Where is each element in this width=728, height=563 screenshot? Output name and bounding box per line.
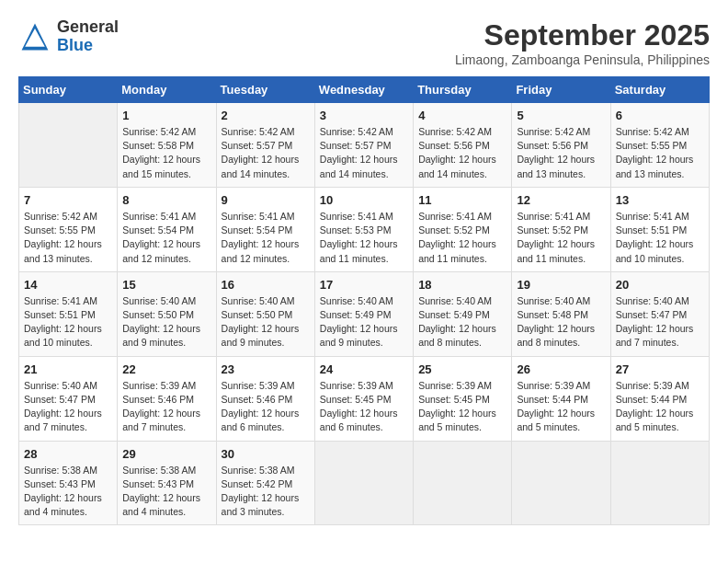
day-number: 12 — [517, 193, 605, 207]
day-cell: 28Sunrise: 5:38 AM Sunset: 5:43 PM Dayli… — [19, 441, 118, 525]
week-row-4: 21Sunrise: 5:40 AM Sunset: 5:47 PM Dayli… — [19, 356, 710, 441]
day-number: 22 — [122, 362, 210, 376]
title-block: September 2025 Limaong, Zamboanga Penins… — [455, 18, 710, 67]
header-cell-thursday: Thursday — [414, 77, 512, 103]
page-header: General Blue September 2025 Limaong, Zam… — [18, 18, 710, 67]
calendar-header: SundayMondayTuesdayWednesdayThursdayFrid… — [19, 77, 710, 103]
header-row: SundayMondayTuesdayWednesdayThursdayFrid… — [19, 77, 710, 103]
logo: General Blue — [18, 18, 119, 55]
header-cell-wednesday: Wednesday — [314, 77, 413, 103]
day-cell: 11Sunrise: 5:41 AM Sunset: 5:52 PM Dayli… — [414, 187, 512, 271]
day-info: Sunrise: 5:39 AM Sunset: 5:45 PM Dayligh… — [320, 379, 408, 435]
logo-general: General — [57, 17, 119, 36]
day-info: Sunrise: 5:42 AM Sunset: 5:58 PM Dayligh… — [122, 125, 210, 181]
day-info: Sunrise: 5:38 AM Sunset: 5:43 PM Dayligh… — [24, 464, 112, 520]
day-number: 8 — [122, 193, 210, 207]
day-cell: 1Sunrise: 5:42 AM Sunset: 5:58 PM Daylig… — [118, 103, 216, 188]
day-number: 21 — [24, 362, 112, 376]
day-info: Sunrise: 5:39 AM Sunset: 5:45 PM Dayligh… — [418, 379, 506, 435]
day-number: 10 — [320, 193, 408, 207]
day-cell: 10Sunrise: 5:41 AM Sunset: 5:53 PM Dayli… — [314, 187, 413, 271]
day-cell: 21Sunrise: 5:40 AM Sunset: 5:47 PM Dayli… — [19, 356, 118, 441]
day-info: Sunrise: 5:41 AM Sunset: 5:54 PM Dayligh… — [222, 210, 310, 266]
day-info: Sunrise: 5:41 AM Sunset: 5:54 PM Dayligh… — [122, 210, 210, 266]
day-cell: 16Sunrise: 5:40 AM Sunset: 5:50 PM Dayli… — [216, 271, 314, 356]
day-cell: 24Sunrise: 5:39 AM Sunset: 5:45 PM Dayli… — [314, 356, 413, 441]
day-info: Sunrise: 5:42 AM Sunset: 5:57 PM Dayligh… — [222, 125, 310, 181]
logo-text: General Blue — [57, 18, 119, 55]
header-cell-friday: Friday — [512, 77, 610, 103]
day-info: Sunrise: 5:40 AM Sunset: 5:48 PM Dayligh… — [517, 294, 605, 350]
day-cell: 7Sunrise: 5:42 AM Sunset: 5:55 PM Daylig… — [19, 187, 118, 271]
day-info: Sunrise: 5:42 AM Sunset: 5:56 PM Dayligh… — [517, 125, 605, 181]
day-info: Sunrise: 5:40 AM Sunset: 5:49 PM Dayligh… — [418, 294, 506, 350]
day-number: 30 — [222, 447, 310, 461]
day-number: 7 — [24, 193, 112, 207]
day-cell: 4Sunrise: 5:42 AM Sunset: 5:56 PM Daylig… — [414, 103, 512, 188]
day-number: 20 — [616, 278, 704, 292]
calendar-table: SundayMondayTuesdayWednesdayThursdayFrid… — [18, 76, 710, 525]
day-number: 16 — [222, 278, 310, 292]
day-info: Sunrise: 5:42 AM Sunset: 5:57 PM Dayligh… — [320, 125, 408, 181]
day-cell — [19, 103, 118, 188]
header-cell-monday: Monday — [118, 77, 216, 103]
day-number: 19 — [517, 278, 605, 292]
day-number: 28 — [24, 447, 112, 461]
day-info: Sunrise: 5:40 AM Sunset: 5:50 PM Dayligh… — [122, 294, 210, 350]
day-info: Sunrise: 5:38 AM Sunset: 5:43 PM Dayligh… — [122, 464, 210, 520]
day-cell: 3Sunrise: 5:42 AM Sunset: 5:57 PM Daylig… — [314, 103, 413, 188]
day-cell: 14Sunrise: 5:41 AM Sunset: 5:51 PM Dayli… — [19, 271, 118, 356]
day-number: 11 — [418, 193, 506, 207]
week-row-1: 1Sunrise: 5:42 AM Sunset: 5:58 PM Daylig… — [19, 103, 710, 188]
day-cell: 22Sunrise: 5:39 AM Sunset: 5:46 PM Dayli… — [118, 356, 216, 441]
day-cell: 19Sunrise: 5:40 AM Sunset: 5:48 PM Dayli… — [512, 271, 610, 356]
day-cell: 8Sunrise: 5:41 AM Sunset: 5:54 PM Daylig… — [118, 187, 216, 271]
day-number: 17 — [320, 278, 408, 292]
week-row-2: 7Sunrise: 5:42 AM Sunset: 5:55 PM Daylig… — [19, 187, 710, 271]
day-number: 23 — [222, 362, 310, 376]
day-info: Sunrise: 5:40 AM Sunset: 5:47 PM Dayligh… — [24, 379, 112, 435]
day-number: 3 — [320, 109, 408, 122]
day-info: Sunrise: 5:41 AM Sunset: 5:51 PM Dayligh… — [24, 294, 112, 350]
day-cell: 9Sunrise: 5:41 AM Sunset: 5:54 PM Daylig… — [216, 187, 314, 271]
day-cell: 13Sunrise: 5:41 AM Sunset: 5:51 PM Dayli… — [610, 187, 709, 271]
month-title: September 2025 — [455, 18, 710, 52]
day-info: Sunrise: 5:41 AM Sunset: 5:52 PM Dayligh… — [517, 210, 605, 266]
day-info: Sunrise: 5:40 AM Sunset: 5:50 PM Dayligh… — [222, 294, 310, 350]
day-info: Sunrise: 5:39 AM Sunset: 5:46 PM Dayligh… — [222, 379, 310, 435]
day-number: 24 — [320, 362, 408, 376]
logo-icon — [18, 20, 51, 53]
day-number: 9 — [222, 193, 310, 207]
day-cell — [512, 441, 610, 525]
day-cell: 6Sunrise: 5:42 AM Sunset: 5:55 PM Daylig… — [610, 103, 709, 188]
day-number: 29 — [122, 447, 210, 461]
day-number: 27 — [616, 362, 704, 376]
day-number: 13 — [616, 193, 704, 207]
day-cell: 25Sunrise: 5:39 AM Sunset: 5:45 PM Dayli… — [414, 356, 512, 441]
week-row-3: 14Sunrise: 5:41 AM Sunset: 5:51 PM Dayli… — [19, 271, 710, 356]
day-number: 5 — [517, 109, 605, 122]
day-number: 14 — [24, 278, 112, 292]
day-number: 25 — [418, 362, 506, 376]
header-cell-saturday: Saturday — [610, 77, 709, 103]
day-info: Sunrise: 5:38 AM Sunset: 5:42 PM Dayligh… — [222, 464, 310, 520]
header-cell-tuesday: Tuesday — [216, 77, 314, 103]
day-info: Sunrise: 5:39 AM Sunset: 5:44 PM Dayligh… — [616, 379, 704, 435]
day-cell — [610, 441, 709, 525]
day-info: Sunrise: 5:42 AM Sunset: 5:55 PM Dayligh… — [616, 125, 704, 181]
day-cell: 30Sunrise: 5:38 AM Sunset: 5:42 PM Dayli… — [216, 441, 314, 525]
day-cell: 18Sunrise: 5:40 AM Sunset: 5:49 PM Dayli… — [414, 271, 512, 356]
day-info: Sunrise: 5:39 AM Sunset: 5:46 PM Dayligh… — [122, 379, 210, 435]
day-cell: 26Sunrise: 5:39 AM Sunset: 5:44 PM Dayli… — [512, 356, 610, 441]
day-cell: 29Sunrise: 5:38 AM Sunset: 5:43 PM Dayli… — [118, 441, 216, 525]
day-cell: 12Sunrise: 5:41 AM Sunset: 5:52 PM Dayli… — [512, 187, 610, 271]
day-cell: 20Sunrise: 5:40 AM Sunset: 5:47 PM Dayli… — [610, 271, 709, 356]
header-cell-sunday: Sunday — [19, 77, 118, 103]
day-cell: 17Sunrise: 5:40 AM Sunset: 5:49 PM Dayli… — [314, 271, 413, 356]
day-info: Sunrise: 5:41 AM Sunset: 5:51 PM Dayligh… — [616, 210, 704, 266]
day-number: 15 — [122, 278, 210, 292]
day-number: 6 — [616, 109, 704, 122]
calendar-body: 1Sunrise: 5:42 AM Sunset: 5:58 PM Daylig… — [19, 103, 710, 525]
day-info: Sunrise: 5:40 AM Sunset: 5:47 PM Dayligh… — [616, 294, 704, 350]
day-cell — [314, 441, 413, 525]
